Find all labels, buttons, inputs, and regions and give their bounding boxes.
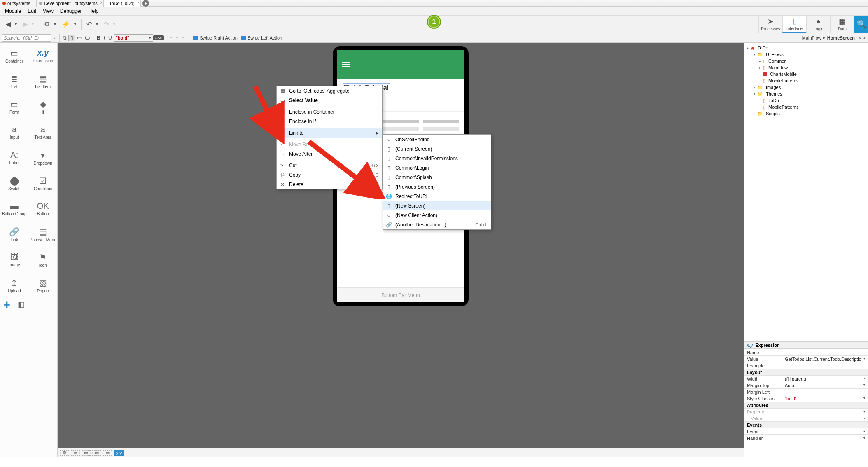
tool-expression[interactable]: x.yExpression bbox=[29, 43, 58, 68]
widget-crumb[interactable]: ▭ bbox=[82, 450, 91, 456]
tool-popup[interactable]: ▧Popup bbox=[29, 273, 58, 298]
submenu-item--previous-screen-[interactable]: ▯(Previous Screen) bbox=[383, 182, 491, 191]
submenu-item--new-screen-[interactable]: ▯(New Screen) bbox=[383, 201, 491, 210]
swipe-right-placeholder[interactable]: Swipe Right Action bbox=[193, 35, 238, 40]
redo-button[interactable]: ↷ bbox=[101, 19, 112, 29]
tree-node-chartsmobile[interactable]: ChartsMobile bbox=[744, 71, 868, 77]
menu-item-copy[interactable]: ⎘CopyCtrl+C bbox=[277, 170, 382, 180]
more-icon[interactable]: ◧ bbox=[18, 300, 25, 310]
tool-label[interactable]: A:Label bbox=[0, 145, 29, 170]
css-button[interactable]: CSS bbox=[153, 35, 164, 40]
menu-item-delete[interactable]: ✕DeleteDel bbox=[277, 180, 382, 189]
tool-dropdown[interactable]: ▾Dropdown bbox=[29, 145, 58, 170]
collapse-toolbox-button[interactable]: « bbox=[51, 35, 58, 40]
widget-crumb[interactable]: ⚙ bbox=[60, 450, 69, 456]
redo-menu[interactable]: ▾ bbox=[111, 21, 118, 27]
prop-value[interactable]: GetTodos.List.Current.Todo.Descriptic▾ bbox=[782, 356, 868, 362]
tree-node-ui-flows[interactable]: ▾📁 UI Flows bbox=[744, 51, 868, 58]
prop-value[interactable]: Auto▾ bbox=[782, 382, 868, 389]
menu-debugger[interactable]: Debugger bbox=[57, 7, 85, 15]
tool-text-area[interactable]: aText Area bbox=[29, 119, 58, 145]
chevron-down-icon[interactable]: ▾ bbox=[863, 383, 865, 387]
plug-icon[interactable]: ⚡ bbox=[59, 19, 72, 29]
breadcrumb-item-current[interactable]: HomeScreen bbox=[827, 35, 855, 40]
submenu-item-common-invalidpermissions[interactable]: ▯Common\InvalidPermissions bbox=[383, 154, 491, 163]
prop-value[interactable]: (fill parent)▾ bbox=[782, 376, 868, 382]
widget-tree-icon[interactable]: ⧉ bbox=[61, 35, 68, 41]
tree-node-mobilepatterns[interactable]: ▯ MobilePatterns bbox=[744, 104, 868, 110]
tab-module[interactable]: * ToDo (ToDo) × bbox=[104, 0, 141, 7]
tab-interface[interactable]: ▯Interface bbox=[782, 16, 806, 33]
menu-item-link-to[interactable]: 🔗Link to▶ bbox=[277, 128, 382, 138]
tool-form[interactable]: ▭Form bbox=[0, 94, 29, 119]
forward-button[interactable]: ▶ bbox=[20, 19, 30, 29]
back-menu[interactable]: ▾ bbox=[12, 21, 19, 27]
widget-crumb[interactable]: ▭ bbox=[103, 450, 112, 456]
widget-crumb[interactable]: x.y bbox=[114, 450, 124, 456]
code-view-toggle[interactable]: < > bbox=[859, 35, 866, 40]
app-header[interactable] bbox=[337, 50, 464, 79]
menu-item-enclose-in-container[interactable]: ▢Enclose in Container bbox=[277, 107, 382, 117]
menu-item-go-to-gettodos-aggregate[interactable]: ▦Go to 'GetTodos' Aggregate bbox=[277, 86, 382, 96]
close-icon[interactable]: × bbox=[137, 0, 140, 5]
prop-value[interactable]: ▾ bbox=[782, 415, 868, 422]
gear-icon[interactable]: ⚙ bbox=[42, 19, 52, 29]
gear-menu[interactable]: ▾ bbox=[51, 21, 58, 27]
chevron-down-icon[interactable]: ▾ bbox=[863, 430, 865, 433]
submenu-item-common-login[interactable]: ▯Common\Login bbox=[383, 163, 491, 173]
device-phone-icon[interactable]: ▯ bbox=[68, 35, 75, 41]
submenu-item--new-client-action-[interactable]: ○(New Client Action) bbox=[383, 210, 491, 220]
tree-node-common[interactable]: ▸▯ Common bbox=[744, 58, 868, 64]
widget-crumb[interactable]: ▭ bbox=[92, 450, 101, 456]
style-class-input[interactable]: "bold"▾ bbox=[114, 34, 153, 42]
tree-node-images[interactable]: ▸📁 Images bbox=[744, 84, 868, 91]
forward-menu[interactable]: ▾ bbox=[29, 21, 36, 27]
menu-item-select-value[interactable]: ▭Select Value bbox=[277, 96, 382, 105]
back-button[interactable]: ◀ bbox=[3, 19, 13, 29]
new-tab-button[interactable]: + bbox=[142, 0, 149, 7]
tool-checkbox[interactable]: ☑Checkbox bbox=[29, 170, 58, 196]
undo-menu[interactable]: ▾ bbox=[93, 21, 100, 27]
menu-module[interactable]: Module bbox=[2, 7, 24, 15]
close-icon[interactable]: × bbox=[100, 0, 103, 5]
tool-container[interactable]: ▭Container bbox=[0, 43, 29, 68]
menu-help[interactable]: Help bbox=[85, 7, 102, 15]
chevron-down-icon[interactable]: ▾ bbox=[863, 376, 865, 380]
plug-menu[interactable]: ▾ bbox=[72, 21, 79, 27]
tool-if[interactable]: ◆If bbox=[29, 94, 58, 119]
tool-link[interactable]: 🔗Link bbox=[0, 222, 29, 247]
tool-switch[interactable]: ⬤Switch bbox=[0, 170, 29, 196]
device-tablet-icon[interactable]: ▭ bbox=[75, 35, 83, 41]
tool-popover-menu[interactable]: ▤Popover Menu bbox=[29, 222, 58, 247]
tree-expander[interactable]: ▾ bbox=[752, 92, 756, 96]
tool-image[interactable]: 🖼Image bbox=[0, 247, 29, 273]
prop-value[interactable]: ▾ bbox=[782, 435, 868, 441]
tool-list[interactable]: ≣List bbox=[0, 68, 29, 94]
menu-item-enclose-in-if[interactable]: ◆Enclose in If bbox=[277, 117, 382, 126]
tree-root[interactable]: ▸◉ ToDo bbox=[744, 44, 868, 51]
prop-value[interactable] bbox=[782, 349, 868, 356]
prop-value[interactable] bbox=[782, 362, 868, 369]
prop-value[interactable]: ▾ bbox=[782, 409, 868, 415]
tool-upload[interactable]: ↥Upload bbox=[0, 273, 29, 298]
tab-environment[interactable]: Development - outsystems × bbox=[37, 0, 104, 7]
breadcrumb-item[interactable]: MainFlow bbox=[802, 35, 821, 40]
toolbox-search-input[interactable] bbox=[2, 34, 51, 42]
prop-value[interactable]: ▾ bbox=[782, 428, 868, 435]
device-desktop-icon[interactable]: 🖵 bbox=[83, 35, 91, 41]
element-tree[interactable]: ▸◉ ToDo ▾📁 UI Flows▸▯ Common▸▯ MainFlow … bbox=[744, 43, 868, 342]
swipe-left-placeholder[interactable]: Swipe Left Action bbox=[241, 35, 282, 40]
menu-view[interactable]: View bbox=[40, 7, 57, 15]
search-button[interactable]: 🔍 bbox=[854, 16, 868, 33]
chevron-down-icon[interactable]: ▾ bbox=[863, 416, 865, 420]
menu-edit[interactable]: Edit bbox=[24, 7, 40, 15]
tool-icon[interactable]: ⚑Icon bbox=[29, 247, 58, 273]
prop-value[interactable] bbox=[782, 389, 868, 395]
menu-item-cut[interactable]: ✂CutCtrl+X bbox=[277, 161, 382, 170]
bottom-bar-placeholder[interactable]: Bottom Bar Menu bbox=[337, 287, 464, 302]
submenu-item--current-screen-[interactable]: ▯(Current Screen) bbox=[383, 144, 491, 154]
tool-input[interactable]: aInput bbox=[0, 119, 29, 145]
bold-button[interactable]: B bbox=[95, 35, 102, 41]
widget-crumb[interactable]: ▭ bbox=[71, 450, 80, 456]
underline-button[interactable]: U bbox=[107, 35, 114, 41]
